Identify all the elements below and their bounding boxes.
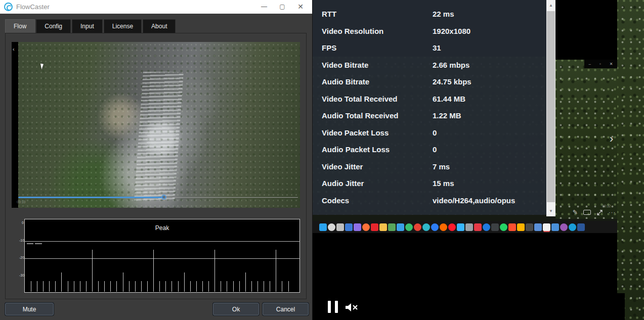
meter-tick	[61, 272, 62, 292]
screen: FlowCaster — ▢ ✕ FlowConfigInputLicenseA…	[0, 0, 644, 320]
minimize-button[interactable]: —	[256, 0, 272, 14]
ok-button[interactable]: Ok	[213, 303, 259, 315]
pencil-icon: ✎	[573, 209, 578, 216]
check-blue-icon	[431, 223, 439, 231]
meter-tick	[104, 281, 105, 292]
tab-config[interactable]: Config	[36, 19, 71, 33]
meter-tick	[227, 281, 227, 292]
doc-gray-icon	[465, 223, 473, 231]
meter-tick	[178, 281, 179, 292]
maximize-button[interactable]: ▢	[275, 0, 290, 14]
stats-scrollbar[interactable]: ▲ ▼	[546, 0, 555, 216]
app-dark-icon	[491, 223, 499, 231]
more-icon: ···	[609, 209, 616, 215]
stat-label: Codecs	[322, 196, 349, 205]
meter-tick	[135, 281, 136, 292]
mute-icon[interactable]	[345, 302, 359, 312]
scrollbar-thumb[interactable]	[547, 11, 555, 202]
search-icon	[328, 223, 335, 231]
stat-row: Audio Jitter15 ms	[313, 175, 546, 192]
meter-tick	[98, 281, 99, 292]
stat-label: Video Total Received	[322, 95, 398, 103]
stat-label: Video Resolution	[322, 27, 383, 35]
meter-tick	[202, 281, 203, 292]
stat-label: Video Packet Loss	[322, 128, 389, 137]
mute-button[interactable]: Mute	[5, 303, 54, 315]
stat-row: RTT22 ms	[313, 6, 546, 23]
stat-row: Audio Packet Loss0	[313, 141, 546, 158]
meter-tick	[92, 250, 93, 292]
folder-blue-icon	[397, 223, 404, 231]
app-green-icon	[388, 223, 396, 231]
meter-tick	[165, 281, 166, 292]
stat-row: Video Total Received61.44 MB	[313, 90, 546, 108]
opera-red-icon	[448, 223, 456, 231]
meter-tick	[74, 281, 74, 292]
tab-input[interactable]: Input	[72, 19, 103, 33]
titlebar[interactable]: FlowCaster — ▢ ✕	[0, 0, 312, 14]
cancel-button[interactable]: Cancel	[263, 303, 309, 315]
stat-value: 22 ms	[433, 10, 454, 18]
meter-tick	[153, 250, 154, 292]
meter-tick	[196, 281, 197, 292]
tab-license[interactable]: License	[104, 19, 142, 33]
preview-left-bar	[12, 42, 18, 208]
stat-value: 24.75 kbps	[433, 77, 471, 86]
stat-row: Video Packet Loss0	[313, 124, 546, 142]
audio-meter: 0-10-20-30 Peak	[19, 219, 301, 294]
player-controls-bar: 03:39	[313, 293, 625, 320]
stat-value: 0	[433, 128, 437, 137]
stat-value: 31	[433, 43, 441, 52]
tab-about[interactable]: About	[143, 19, 176, 33]
video-player[interactable]: RTT22 msVideo Resolution1920x1080FPS31Vi…	[313, 0, 644, 320]
preview-progress-knob[interactable]	[161, 195, 166, 200]
nested-close-icon: ✕	[610, 62, 613, 66]
stat-row: Video Bitrate2.66 mbps	[313, 57, 546, 74]
circle-orange-icon	[440, 223, 447, 231]
active-app-icon	[543, 223, 550, 231]
meter-tick	[159, 281, 160, 292]
close-button[interactable]: ✕	[293, 0, 308, 14]
tab-flow[interactable]: Flow	[5, 19, 35, 33]
stat-label: Audio Packet Loss	[322, 145, 390, 154]
meter-tick	[129, 281, 130, 292]
meter-tick	[80, 281, 80, 292]
meter-tick	[276, 250, 276, 292]
stat-label: Audio Jitter	[322, 179, 364, 188]
orb-multicolor-icon	[560, 223, 568, 231]
flowcaster-window: FlowCaster — ▢ ✕ FlowConfigInputLicenseA…	[0, 0, 313, 320]
meter-scale-label: -30	[19, 273, 24, 277]
nested-minimize-icon: –	[589, 62, 591, 66]
stat-row: Audio Total Received1.22 MB	[313, 107, 546, 124]
rectangle-icon	[583, 210, 591, 215]
globe-teal-icon	[422, 223, 430, 231]
stripes-red-icon	[508, 223, 516, 231]
meter-tick	[86, 281, 87, 292]
window-blue2-icon	[551, 223, 559, 231]
meter-gridline	[25, 241, 299, 242]
meter-tick	[264, 281, 264, 292]
nested-window-titlebar: – ▫ ✕	[584, 60, 617, 68]
stat-label: Video Jitter	[322, 162, 363, 171]
box-dark-icon	[526, 223, 533, 231]
stat-value: 0	[433, 145, 437, 154]
nested-window-video: – ▫ ✕	[555, 60, 617, 219]
stat-value: 1.22 MB	[433, 111, 461, 120]
meter-tick	[31, 281, 31, 292]
meter-tick	[221, 281, 221, 292]
stat-row: Audio Bitrate24.75 kbps	[313, 73, 546, 90]
stat-row: Video Resolution1920x1080	[313, 23, 546, 40]
back-chevron-icon[interactable]: ‹	[13, 46, 15, 52]
meter-tick	[257, 281, 258, 292]
next-chevron-icon: ›	[610, 133, 613, 145]
video-preview[interactable]: ‹ 00:10	[12, 42, 300, 208]
stat-value: 2.66 mbps	[433, 61, 469, 69]
stat-label: Video Bitrate	[322, 61, 368, 69]
pause-button[interactable]	[328, 301, 338, 313]
stat-label: FPS	[322, 43, 336, 52]
scroll-down-icon[interactable]: ▼	[546, 207, 555, 215]
stat-value: 7 ms	[433, 162, 450, 171]
meter-tick	[49, 281, 50, 292]
scroll-up-icon[interactable]: ▲	[546, 1, 555, 10]
swirl-blue-icon	[569, 223, 576, 231]
